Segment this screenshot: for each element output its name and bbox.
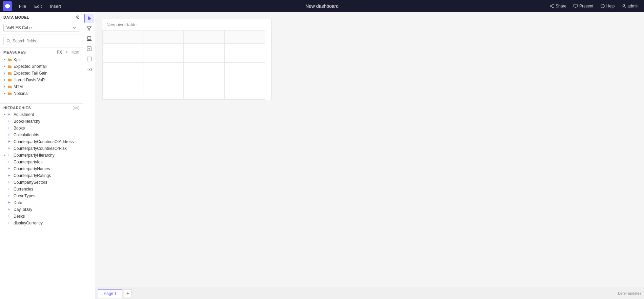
list-item[interactable]: ⊢ DayToDay [0,206,83,213]
svg-text:⊢: ⊢ [8,113,11,116]
folder-icon [7,71,12,76]
list-item[interactable]: ⊢ CalculationIds [0,132,83,138]
measures-tools: fx + (428) [56,49,79,55]
hierarchy-icon: ⊢ [7,180,12,185]
hierarchy-item-label: Books [14,126,79,131]
hierarchy-icon: ⊢ [7,160,12,164]
list-item[interactable]: ⊢ CounterpartyCountriesOfRisk [0,145,83,152]
select-tool-button[interactable] [84,14,94,23]
expand-tool-button[interactable] [84,44,94,54]
list-item[interactable]: ⊢ Currencies [0,186,83,193]
expand-arrow [3,221,6,225]
hierarchy-icon: ⊢ [7,173,12,178]
list-item[interactable]: ⊢ CounterpartyNames [0,165,83,172]
help-label: Help [606,4,615,8]
list-item[interactable]: ⊢ CounterpartyCountriesOfAddress [0,138,83,145]
data-model-selector: VaR-ES Cube [0,22,83,35]
list-item[interactable]: ⊢ Adjustment [0,111,83,118]
measure-item-label: Kpis [14,57,79,62]
folder-icon [7,78,12,82]
help-button[interactable]: ? Help [598,2,618,10]
list-item[interactable]: ⊢ Books [0,125,83,132]
user-button[interactable]: admin [619,2,641,10]
vertical-toolbar: (x) [83,12,95,299]
pivot-cell [184,30,224,44]
page-tab-1[interactable]: Page 1 [98,289,122,298]
list-item[interactable]: ⊢ CounterpartyRatings [0,172,83,179]
app-title: New dashboard [305,3,339,9]
canvas-content: New pivot table [95,12,644,287]
filter-tool-button[interactable] [84,24,94,33]
list-item[interactable]: ⊢ CountpartySectors [0,179,83,186]
svg-rect-33 [87,40,92,41]
measure-item-label: MTM [14,84,79,89]
add-page-button[interactable]: + [124,289,132,297]
add-measure-button[interactable]: + [65,49,69,55]
hierarchy-item-label: displayCurrency [14,221,79,225]
pivot-cell [102,81,143,100]
hierarchy-item-label: CountpartySectors [14,180,79,185]
sidebar-collapse-button[interactable] [75,15,79,20]
list-item[interactable]: ⊢ displayCurrency [0,220,83,226]
list-item[interactable]: Kpis [0,56,83,63]
hierarchies-count: (44) [73,106,79,110]
hierarchy-icon: ⊢ [7,187,12,192]
expand-arrow [3,181,6,184]
hierarchy-icon: ⊢ [7,126,12,131]
list-item[interactable]: ⊢ CurveTypes [0,193,83,199]
measures-label: MEASURES fx + (428) [0,47,83,56]
list-item[interactable]: ⊢ Date [0,199,83,206]
folder-icon [7,84,12,89]
svg-text:⊢: ⊢ [8,195,11,198]
bottom-tabs: Page 1 + Defer updates [95,287,644,299]
svg-text:⊢: ⊢ [8,208,11,211]
hierarchy-icon: ⊢ [7,166,12,171]
expand-arrow [3,58,6,61]
list-item[interactable]: ⊢ BookHierarchy [0,118,83,125]
measure-item-label: Expected Shortfall [14,64,79,69]
hierarchy-icon: ⊢ [7,207,12,212]
hierarchy-icon: ⊢ [7,119,12,124]
present-button[interactable]: Present [570,2,596,10]
search-input[interactable] [13,39,76,43]
svg-marker-0 [5,4,10,8]
menu-file[interactable]: File [15,2,30,10]
hierarchy-icon: ⊢ [7,200,12,205]
data-model-dropdown[interactable]: VaR-ES Cube [3,24,79,32]
menu-right: Share Present ? Help admin [547,2,641,10]
expand-arrow [3,78,6,82]
pivot-cell [102,62,143,81]
list-item[interactable]: MTM [0,83,83,90]
list-item[interactable]: Notional [0,90,83,97]
pivot-table-container[interactable]: New pivot table [102,19,271,100]
app-logo[interactable] [3,1,12,11]
defer-updates-label[interactable]: Defer updates [618,291,641,295]
variable-tool-button[interactable]: (x) [84,64,94,74]
shrink-tool-button[interactable] [84,54,94,64]
menu-insert[interactable]: Insert [46,2,65,10]
list-item[interactable]: Expected Tail Gain [0,70,83,77]
expand-arrow [3,208,6,211]
svg-text:⊢: ⊢ [8,181,11,184]
list-item[interactable]: ⊢ Desks [0,213,83,220]
folder-icon [7,57,12,62]
list-item[interactable]: Expected Shortfall [0,63,83,70]
svg-text:?: ? [602,5,604,8]
list-item[interactable]: Harrel-Davis VaR [0,77,83,83]
paint-tool-button[interactable] [84,34,94,43]
list-item[interactable]: ⊢ CounterpartyHierarchy [0,152,83,159]
data-model-label: VaR-ES Cube [6,25,32,30]
menu-bar: File Edit Insert New dashboard Share Pre… [0,0,644,12]
present-label: Present [579,4,593,8]
search-area [0,35,83,47]
list-item[interactable]: ⊢ CounterpartyIds [0,159,83,165]
svg-rect-6 [574,4,578,7]
svg-text:⊢: ⊢ [8,140,11,143]
expand-arrow [3,154,6,157]
hierarchies-label: HIERARCHIES (44) [0,104,83,111]
menu-edit[interactable]: Edit [30,2,46,10]
svg-text:⊢: ⊢ [8,222,11,225]
svg-text:⊢: ⊢ [8,167,11,171]
share-button[interactable]: Share [547,2,569,10]
fx-button[interactable]: fx [56,49,63,55]
